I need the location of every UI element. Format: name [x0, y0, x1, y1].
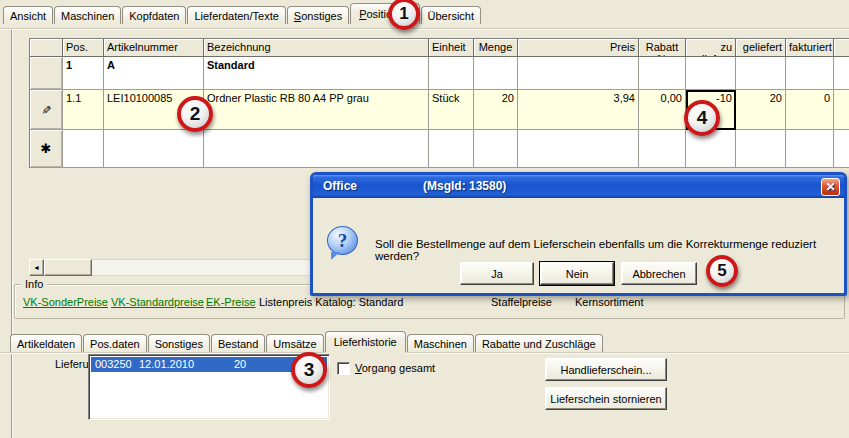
annotation-badge-4: 4	[684, 100, 720, 136]
cell-new-zu-liefern[interactable]	[686, 130, 736, 168]
tab-umsaetze[interactable]: Umsätze	[266, 334, 323, 352]
app-window: AnsichtMaschinenKopfdatenLieferdaten/Tex…	[0, 0, 849, 438]
cell-new-geliefert[interactable]	[736, 130, 786, 168]
grid-header-einheit[interactable]: Einheit	[429, 39, 474, 57]
dialog-title-msgid: (MsgId: 13580)	[423, 175, 506, 198]
positions-grid: Pos. Artikelnummer Bezeichnung Einheit M…	[29, 38, 849, 168]
vorgang-gesamt-label: Vorgang gesamt	[355, 362, 435, 374]
edit-pencil-icon: ✎	[39, 104, 53, 114]
grid-hscrollbar-thumb[interactable]	[44, 259, 92, 276]
tab-lieferdaten-texte[interactable]: Lieferdaten/Texte	[187, 6, 285, 24]
tab-maschinen-bottom[interactable]: Maschinen	[407, 334, 474, 352]
grid-header-menge[interactable]: Menge	[474, 39, 518, 57]
panel-left-edge	[11, 30, 13, 438]
grid-header-artikelnummer[interactable]: Artikelnummer	[104, 39, 204, 57]
dialog-title-app: Office	[323, 175, 357, 198]
link-ek-preise[interactable]: EK-Preise	[206, 296, 256, 308]
top-panel-edge	[0, 28, 849, 30]
annotation-badge-1: 1	[388, 0, 420, 30]
cell-group-pos[interactable]: 1	[63, 57, 104, 90]
cell-group-bezeichnung[interactable]: Standard	[204, 57, 429, 90]
grid-header-fakturiert[interactable]: fakturiert	[786, 39, 834, 57]
cell-item-bezeichnung[interactable]: Ordner Plastic RB 80 A4 PP grau	[204, 90, 429, 130]
cell-item-fakturiert[interactable]: 0	[786, 90, 834, 130]
bottom-panel-edge	[0, 352, 849, 354]
cell-item-rabatt[interactable]: 0,00	[639, 90, 686, 130]
cell-group-zu-liefern[interactable]	[686, 57, 736, 90]
lieferschein-stornieren-button[interactable]: Lieferschein stornieren	[545, 387, 667, 410]
staffelpreise-label: Staffelpreise	[491, 296, 552, 308]
question-balloon-tail	[331, 252, 340, 260]
cell-new-rabatt[interactable]	[639, 130, 686, 168]
row-selector-editing[interactable]: ✎	[30, 90, 63, 130]
grid-header-row: Pos. Artikelnummer Bezeichnung Einheit M…	[30, 39, 849, 57]
row-selector-new[interactable]: ✱	[30, 130, 63, 168]
tab-ansicht[interactable]: Ansicht	[3, 6, 53, 24]
cell-group-geliefert[interactable]	[736, 57, 786, 90]
grid-group-row: 1 A Standard	[30, 57, 849, 90]
cell-new-filler	[834, 130, 849, 168]
ja-button[interactable]: Ja	[460, 262, 534, 285]
grid-header-pos[interactable]: Pos.	[63, 39, 104, 57]
tab-sonstiges-bottom[interactable]: Sonstiges	[148, 334, 210, 352]
delivery-date: 12.01.2010	[139, 358, 194, 370]
cell-item-geliefert[interactable]: 20	[736, 90, 786, 130]
grid-header-bezeichnung[interactable]: Bezeichnung	[204, 39, 429, 57]
cell-new-pos[interactable]	[63, 130, 104, 168]
cell-new-bezeichnung[interactable]	[204, 130, 429, 168]
tab-kopfdaten[interactable]: Kopfdaten	[122, 6, 186, 24]
cell-group-rabatt[interactable]	[639, 57, 686, 90]
tab-posdaten[interactable]: Pos.daten	[83, 334, 147, 352]
row-selector-group[interactable]	[30, 57, 63, 90]
cell-item-filler	[834, 90, 849, 130]
grid-header-preis[interactable]: Preis	[518, 39, 639, 57]
cell-new-fakturiert[interactable]	[786, 130, 834, 168]
staffelpreise-value: Kernsortiment	[575, 296, 643, 308]
tab-uebersicht[interactable]: Übersicht	[421, 6, 481, 24]
annotation-badge-5: 5	[706, 255, 738, 287]
tab-artikeldaten[interactable]: Artikeldaten	[10, 334, 82, 352]
dialog-titlebar[interactable]: Office (MsgId: 13580) ✕	[313, 175, 844, 198]
cell-group-fakturiert[interactable]	[786, 57, 834, 90]
link-vk-standardpreise[interactable]: VK-Standardpreise	[111, 296, 204, 308]
cell-item-pos[interactable]: 1.1	[63, 90, 104, 130]
nein-button[interactable]: Nein	[540, 262, 614, 285]
grid-header-geliefert[interactable]: geliefert	[736, 39, 786, 57]
cell-item-preis[interactable]: 3,94	[518, 90, 639, 130]
tab-maschinen-top[interactable]: Maschinen	[54, 6, 121, 24]
annotation-badge-2: 2	[177, 96, 213, 132]
dialog-close-button[interactable]: ✕	[821, 178, 840, 196]
cell-group-preis[interactable]	[518, 57, 639, 90]
tab-lieferhistorie[interactable]: Lieferhistorie	[325, 331, 406, 352]
cell-group-menge[interactable]	[474, 57, 518, 90]
tab-rabatte-und-zuschlaege[interactable]: Rabatte und Zuschläge	[475, 334, 603, 352]
link-vk-sonderpreise[interactable]: VK-SonderPreise	[23, 296, 108, 308]
cell-new-einheit[interactable]	[429, 130, 474, 168]
cell-group-artikelnummer[interactable]: A	[104, 57, 204, 90]
grid-header-zu-liefern[interactable]: zu liefern	[686, 39, 736, 57]
question-balloon-icon: ?	[327, 226, 358, 255]
cell-new-preis[interactable]	[518, 130, 639, 168]
cell-group-filler	[834, 57, 849, 90]
grid-new-row: ✱	[30, 130, 849, 168]
grid-header-rabatt[interactable]: Rabatt %	[639, 39, 686, 57]
cell-new-menge[interactable]	[474, 130, 518, 168]
vorgang-gesamt-checkbox[interactable]	[337, 362, 350, 375]
tab-sonstiges-top[interactable]: Sonstiges	[287, 6, 349, 24]
close-x-icon: ✕	[825, 176, 835, 199]
detail-tab-bar: ArtikeldatenPos.datenSonstigesBestandUms…	[10, 331, 604, 352]
message-dialog: Office (MsgId: 13580) ✕ ? Soll die Beste…	[310, 172, 847, 296]
grid-header-selector[interactable]	[30, 39, 63, 57]
scroll-left-button[interactable]: ◄	[29, 259, 44, 276]
cell-new-artikelnummer[interactable]	[104, 130, 204, 168]
abbrechen-button[interactable]: Abbrechen	[621, 262, 697, 285]
delivery-number: 003250	[95, 358, 132, 370]
annotation-badge-3: 3	[291, 352, 327, 388]
cell-item-einheit[interactable]: Stück	[429, 90, 474, 130]
handlieferschein-button[interactable]: Handlieferschein...	[545, 358, 667, 381]
scroll-left-arrow-icon: ◄	[33, 264, 40, 271]
info-groupbox-legend: Info	[21, 278, 47, 290]
tab-bestand[interactable]: Bestand	[211, 334, 265, 352]
cell-group-einheit[interactable]	[429, 57, 474, 90]
cell-item-menge[interactable]: 20	[474, 90, 518, 130]
